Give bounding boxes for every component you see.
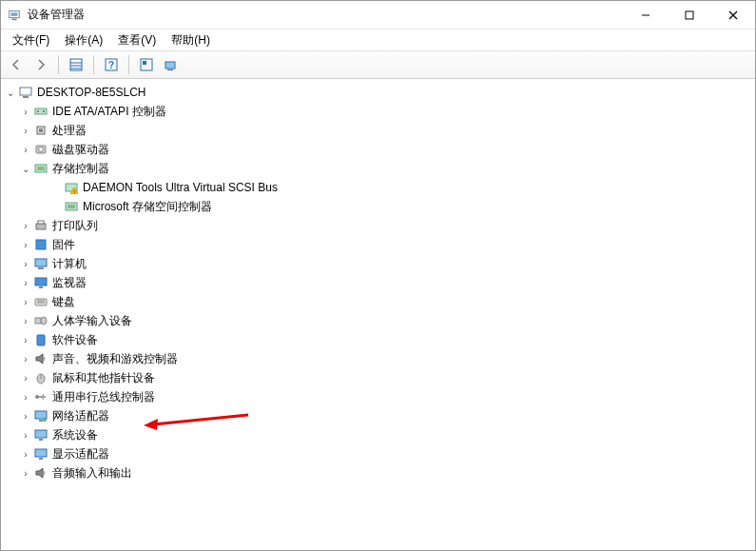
category-sound[interactable]: › 声音、视频和游戏控制器 bbox=[3, 349, 753, 368]
speaker-icon bbox=[33, 351, 48, 366]
expand-icon[interactable]: › bbox=[18, 107, 33, 117]
category-mouse[interactable]: › 鼠标和其他指针设备 bbox=[3, 368, 753, 387]
svg-point-55 bbox=[43, 418, 47, 422]
category-label: 声音、视频和游戏控制器 bbox=[52, 351, 178, 367]
tree-area[interactable]: ⌄ DESKTOP-8E5SLCH › IDE ATA/ATAPI 控制器 › … bbox=[1, 78, 755, 550]
svg-point-25 bbox=[39, 148, 44, 152]
category-audio[interactable]: › 音频输入和输出 bbox=[3, 463, 753, 482]
monitor-icon bbox=[33, 275, 48, 290]
category-keyboard[interactable]: › 键盘 bbox=[3, 292, 753, 311]
expand-icon[interactable]: › bbox=[18, 468, 33, 479]
close-button[interactable] bbox=[711, 1, 755, 29]
refresh-button[interactable] bbox=[160, 53, 183, 76]
svg-rect-57 bbox=[39, 439, 43, 441]
root-node[interactable]: ⌄ DESKTOP-8E5SLCH bbox=[3, 83, 753, 102]
computer-icon bbox=[33, 256, 48, 271]
window-controls bbox=[624, 1, 755, 29]
category-display[interactable]: › 显示适配器 bbox=[3, 444, 753, 463]
toolbar: ? bbox=[1, 50, 755, 79]
category-computer[interactable]: › 计算机 bbox=[3, 254, 753, 273]
keyboard-icon bbox=[33, 294, 48, 309]
category-system[interactable]: › 系统设备 bbox=[3, 425, 753, 444]
device-label: DAEMON Tools Ultra Virtual SCSI Bus bbox=[83, 181, 278, 194]
category-label: 处理器 bbox=[52, 123, 87, 139]
expand-icon[interactable]: › bbox=[18, 297, 33, 307]
category-hid[interactable]: › 人体学输入设备 bbox=[3, 311, 753, 330]
category-network[interactable]: › 网络适配器 bbox=[3, 406, 753, 425]
svg-marker-46 bbox=[36, 354, 43, 364]
category-label: 系统设备 bbox=[52, 427, 98, 443]
expand-icon[interactable]: › bbox=[18, 430, 33, 441]
svg-rect-17 bbox=[20, 88, 31, 95]
expand-icon[interactable]: › bbox=[18, 316, 33, 326]
category-disk[interactable]: › 磁盘驱动器 bbox=[3, 140, 753, 159]
ide-icon bbox=[33, 104, 48, 119]
scan-button[interactable] bbox=[135, 53, 158, 76]
expand-icon[interactable]: › bbox=[18, 278, 33, 288]
device-daemon[interactable]: ! DAEMON Tools Ultra Virtual SCSI Bus bbox=[3, 178, 753, 197]
storage-warn-icon: ! bbox=[64, 180, 79, 195]
expand-icon[interactable]: › bbox=[18, 449, 33, 460]
svg-rect-33 bbox=[36, 224, 46, 229]
back-button[interactable] bbox=[5, 53, 28, 76]
svg-rect-36 bbox=[35, 259, 47, 266]
softdev-icon bbox=[33, 332, 48, 347]
category-ide[interactable]: › IDE ATA/ATAPI 控制器 bbox=[3, 102, 753, 121]
svg-rect-45 bbox=[37, 335, 45, 345]
toolbar-separator bbox=[58, 55, 59, 74]
collapse-icon[interactable]: ⌄ bbox=[18, 164, 33, 174]
network-icon bbox=[33, 408, 48, 423]
category-storage[interactable]: ⌄ 存储控制器 bbox=[3, 159, 753, 178]
collapse-icon[interactable]: ⌄ bbox=[3, 88, 18, 98]
svg-point-21 bbox=[43, 110, 45, 112]
category-cpu[interactable]: › 处理器 bbox=[3, 121, 753, 140]
forward-button[interactable] bbox=[29, 53, 52, 76]
menu-help[interactable]: 帮助(H) bbox=[165, 30, 216, 50]
svg-rect-16 bbox=[167, 69, 173, 70]
system-icon bbox=[33, 427, 48, 443]
expand-icon[interactable]: › bbox=[18, 392, 33, 403]
expand-icon[interactable]: › bbox=[18, 259, 33, 269]
category-label: 显示适配器 bbox=[52, 446, 109, 462]
category-label: 存储控制器 bbox=[52, 161, 109, 177]
expand-icon[interactable]: › bbox=[18, 145, 33, 155]
menu-view[interactable]: 查看(V) bbox=[112, 30, 162, 50]
category-printq[interactable]: › 打印队列 bbox=[3, 216, 753, 235]
audio-icon bbox=[33, 465, 48, 481]
expand-icon[interactable]: › bbox=[18, 240, 33, 250]
menu-file[interactable]: 文件(F) bbox=[7, 30, 55, 50]
category-usb[interactable]: › 通用串行总线控制器 bbox=[3, 387, 753, 406]
expand-icon[interactable]: › bbox=[18, 373, 33, 384]
expand-icon[interactable]: › bbox=[18, 335, 33, 345]
help-button[interactable]: ? bbox=[100, 53, 123, 76]
svg-rect-19 bbox=[35, 108, 47, 114]
svg-point-20 bbox=[37, 110, 39, 112]
svg-rect-23 bbox=[39, 128, 43, 132]
svg-rect-54 bbox=[39, 420, 43, 422]
expand-icon[interactable]: › bbox=[18, 126, 33, 136]
menu-action[interactable]: 操作(A) bbox=[59, 30, 108, 50]
svg-rect-32 bbox=[68, 205, 75, 208]
toolbar-separator bbox=[128, 55, 129, 74]
svg-point-44 bbox=[41, 317, 47, 325]
disk-icon bbox=[33, 142, 48, 157]
menubar: 文件(F) 操作(A) 查看(V) 帮助(H) bbox=[1, 30, 755, 50]
svg-rect-1 bbox=[11, 12, 18, 16]
usb-icon bbox=[33, 389, 48, 404]
category-monitor[interactable]: › 监视器 bbox=[3, 273, 753, 292]
expand-icon[interactable]: › bbox=[18, 411, 33, 422]
svg-rect-39 bbox=[39, 286, 43, 288]
category-firmware[interactable]: › 固件 bbox=[3, 235, 753, 254]
expand-icon[interactable]: › bbox=[18, 221, 33, 231]
expand-icon[interactable]: › bbox=[18, 354, 33, 364]
device-label: Microsoft 存储空间控制器 bbox=[83, 199, 212, 215]
category-label: 监视器 bbox=[52, 275, 87, 291]
device-msstorage[interactable]: Microsoft 存储空间控制器 bbox=[3, 197, 753, 216]
svg-rect-56 bbox=[35, 430, 47, 438]
category-softdev[interactable]: › 软件设备 bbox=[3, 330, 753, 349]
firmware-icon bbox=[33, 237, 48, 252]
show-hide-tree-button[interactable] bbox=[65, 53, 87, 76]
minimize-button[interactable] bbox=[624, 1, 668, 29]
category-label: 打印队列 bbox=[52, 218, 98, 234]
maximize-button[interactable] bbox=[668, 1, 711, 29]
